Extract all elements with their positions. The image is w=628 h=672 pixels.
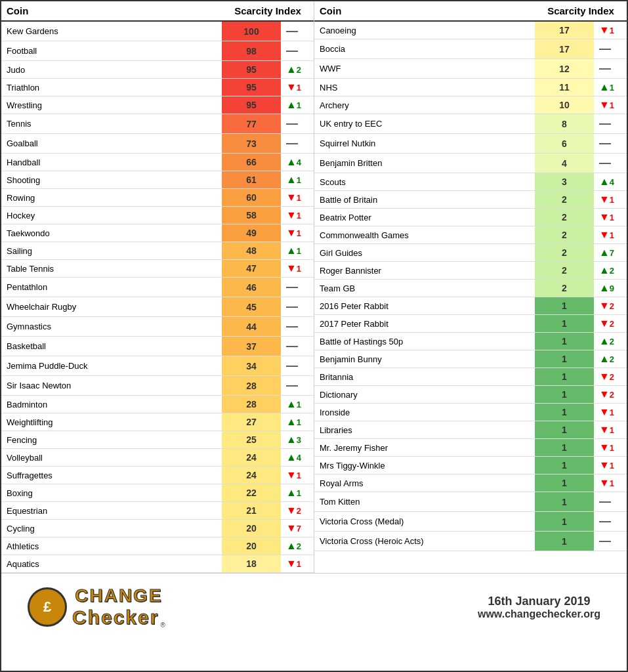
table-row: Shooting 61 ▲1 (1, 171, 314, 189)
table-row: Dictionary 1 ▼2 (314, 386, 627, 404)
change-cell: ▼1 (281, 189, 314, 207)
scarcity-value: 98 (222, 41, 281, 61)
scarcity-value: 1 (535, 532, 594, 551)
coin-name: UK entry to EEC (314, 114, 535, 134)
table-row: Football 98 — (1, 41, 314, 61)
scarcity-value: 1 (535, 421, 594, 439)
change-cell: ▲9 (594, 280, 627, 297)
left-table-section: Coin Scarcity Index Kew Gardens 100 — Fo… (1, 1, 314, 573)
scarcity-value: 8 (535, 114, 594, 134)
change-cell: ▼2 (594, 315, 627, 333)
change-cell: ▲1 (281, 396, 314, 413)
table-row: Beatrix Potter 2 ▼1 (314, 209, 627, 226)
table-row: Victoria Cross (Medal) 1 — (314, 512, 627, 532)
coin-name: Table Tennis (1, 260, 222, 278)
right-table-section: Coin Scarcity Index Canoeing 17 ▼1 Bocci… (314, 1, 627, 573)
scarcity-value: 17 (535, 21, 594, 39)
scarcity-value: 73 (222, 134, 281, 154)
logo-registered-symbol: ® (160, 621, 165, 629)
coin-name: Tennis (1, 114, 222, 134)
coin-name: Football (1, 41, 222, 61)
coin-name: Athletics (1, 537, 222, 555)
coin-name: WWF (314, 59, 535, 79)
coin-name: Fencing (1, 431, 222, 449)
change-cell: — (281, 41, 314, 61)
table-row: Triathlon 95 ▼1 (1, 79, 314, 96)
change-cell: — (281, 337, 314, 356)
table-row: Aquatics 18 ▼1 (1, 555, 314, 573)
coin-name: Scouts (314, 173, 535, 191)
coin-name: Taekwondo (1, 224, 222, 242)
right-table: Coin Scarcity Index Canoeing 17 ▼1 Bocci… (314, 1, 627, 551)
table-row: Battle of Hastings 50p 1 ▲2 (314, 333, 627, 350)
scarcity-value: 60 (222, 189, 281, 207)
change-cell: ▲4 (281, 154, 314, 171)
scarcity-value: 95 (222, 79, 281, 96)
change-cell: — (594, 39, 627, 59)
table-row: Tennis 77 — (1, 114, 314, 134)
coin-name: Sailing (1, 242, 222, 260)
footer-logo: £ CHANGE Checker ® (28, 585, 165, 629)
scarcity-value: 46 (222, 278, 281, 297)
footer-date: 16th January 2019 (478, 595, 600, 608)
coin-name: Libraries (314, 421, 535, 439)
table-row: Athletics 20 ▲2 (1, 537, 314, 555)
scarcity-value: 1 (535, 512, 594, 532)
table-row: Goalball 73 — (1, 134, 314, 154)
table-row: Ironside 1 ▼1 (314, 404, 627, 421)
scarcity-value: 4 (535, 154, 594, 173)
scarcity-value: 18 (222, 555, 281, 573)
change-cell: — (281, 134, 314, 154)
change-cell: — (281, 356, 314, 376)
scarcity-value: 44 (222, 317, 281, 337)
coin-name: Wheelchair Rugby (1, 297, 222, 317)
coin-name: Basketball (1, 337, 222, 356)
coin-name: Sir Isaac Newton (1, 376, 222, 396)
change-cell: ▲3 (281, 431, 314, 449)
scarcity-value: 1 (535, 386, 594, 404)
change-cell: ▲1 (281, 171, 314, 189)
scarcity-value: 21 (222, 502, 281, 520)
coin-name: Goalball (1, 134, 222, 154)
change-cell: ▼1 (594, 21, 627, 39)
change-cell: ▲1 (281, 413, 314, 431)
change-cell: ▲7 (594, 244, 627, 262)
table-row: Tom Kitten 1 — (314, 492, 627, 512)
coin-name: Royal Arms (314, 474, 535, 492)
scarcity-value: 58 (222, 207, 281, 224)
coin-name: Britannia (314, 368, 535, 386)
footer-url: www.changechecker.org (478, 608, 600, 620)
coin-name: Victoria Cross (Heroic Acts) (314, 532, 535, 551)
table-row: Table Tennis 47 ▼1 (1, 260, 314, 278)
scarcity-value: 2 (535, 244, 594, 262)
change-cell: — (594, 492, 627, 512)
table-row: Scouts 3 ▲4 (314, 173, 627, 191)
coin-name: Battle of Hastings 50p (314, 333, 535, 350)
coin-name: Benjamin Bunny (314, 350, 535, 368)
scarcity-value: 2 (535, 191, 594, 209)
coin-name: 2016 Peter Rabbit (314, 297, 535, 315)
change-cell: ▼1 (281, 467, 314, 484)
coin-name: Victoria Cross (Medal) (314, 512, 535, 532)
table-row: Weightlifting 27 ▲1 (1, 413, 314, 431)
logo-coin-symbol: £ (43, 598, 51, 616)
table-row: Cycling 20 ▼7 (1, 520, 314, 537)
coin-name: Canoeing (314, 21, 535, 39)
footer-info: 16th January 2019 www.changechecker.org (478, 595, 600, 620)
change-cell: ▲2 (281, 61, 314, 79)
coin-name: Triathlon (1, 79, 222, 96)
coin-name: Mrs Tiggy-Winkle (314, 457, 535, 474)
table-row: Hockey 58 ▼1 (1, 207, 314, 224)
coin-name: Judo (1, 61, 222, 79)
scarcity-value: 28 (222, 376, 281, 396)
main-container: Coin Scarcity Index Kew Gardens 100 — Fo… (1, 1, 627, 640)
change-cell: ▲1 (281, 96, 314, 114)
change-cell: ▼2 (594, 297, 627, 315)
change-cell: — (594, 532, 627, 551)
left-table: Coin Scarcity Index Kew Gardens 100 — Fo… (1, 1, 314, 573)
table-row: Squirrel Nutkin 6 — (314, 134, 627, 154)
change-cell: — (594, 134, 627, 154)
coin-name: Jemima Puddle-Duck (1, 356, 222, 376)
scarcity-value: 95 (222, 96, 281, 114)
coin-name: Cycling (1, 520, 222, 537)
